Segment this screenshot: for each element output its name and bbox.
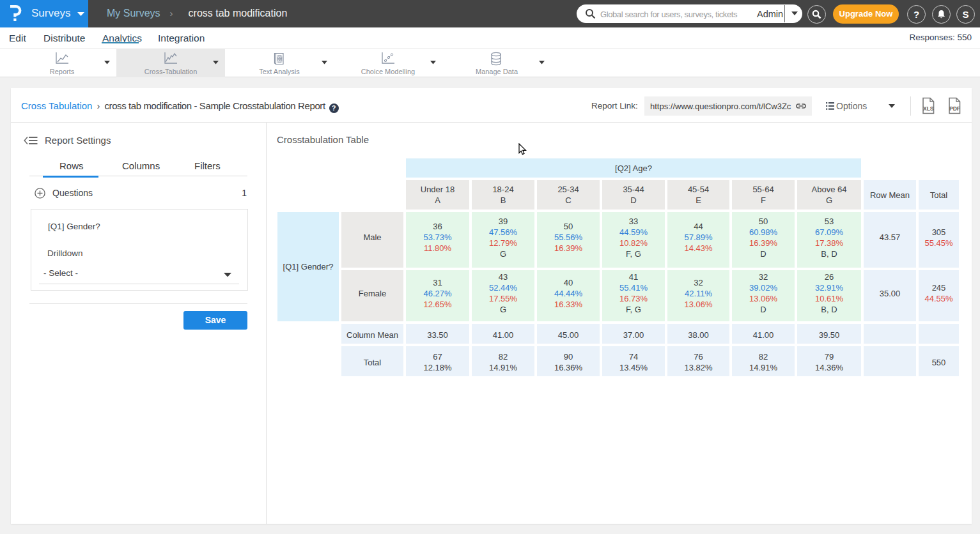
svg-text:PDF: PDF <box>949 105 960 112</box>
svg-text:XLS: XLS <box>923 105 934 112</box>
